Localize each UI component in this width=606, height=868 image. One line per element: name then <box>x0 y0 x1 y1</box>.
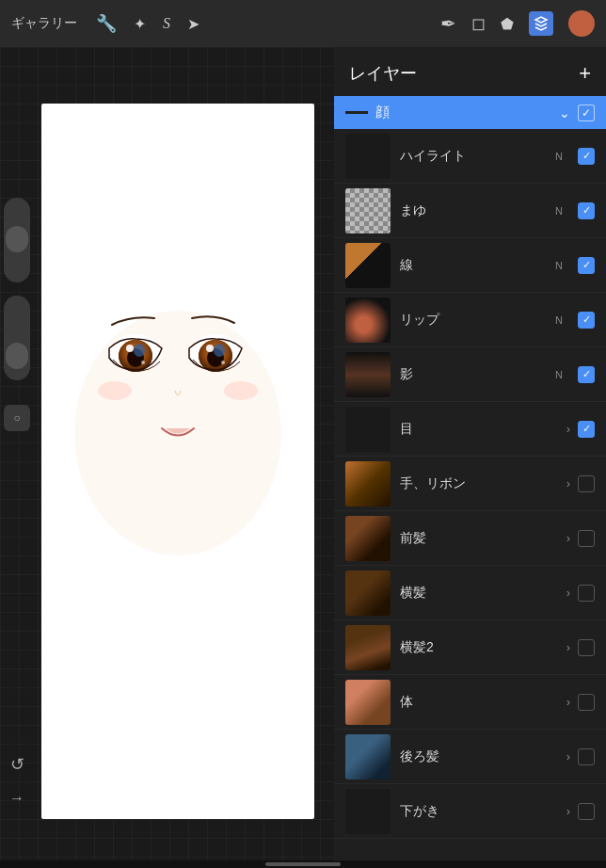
layer-blend-kage: N <box>555 369 563 380</box>
eraser-icon[interactable]: ◻ <box>471 13 486 34</box>
layer-thumb-mayu <box>345 188 391 233</box>
layer-checkbox-shitagai[interactable] <box>578 803 595 820</box>
layer-thumb-hand <box>345 461 391 506</box>
smudge-icon[interactable]: S <box>163 15 170 32</box>
svg-point-13 <box>206 345 214 352</box>
layer-thumb-highlight <box>345 134 391 179</box>
layer-thumb-ushirogami <box>345 734 391 780</box>
layer-chevron-icon-hand[interactable]: › <box>566 476 570 490</box>
group-name: 顔 <box>375 104 559 121</box>
toolbar-tools: 🔧 ✦ S ➤ <box>96 13 440 34</box>
layer-checkbox-hand[interactable] <box>578 475 595 492</box>
layer-name-kage: 影 <box>400 366 555 383</box>
layer-checkbox-sen[interactable] <box>578 257 595 274</box>
layer-name-mayu: まゆ <box>400 202 555 219</box>
layer-checkbox-yokogami[interactable] <box>578 585 595 602</box>
layer-name-highlight: ハイライト <box>400 148 555 165</box>
layer-checkbox-yokogami2[interactable] <box>578 639 595 656</box>
layer-row-yokogami[interactable]: 横髪› <box>334 566 606 620</box>
layer-chevron-icon-yokogami2[interactable]: › <box>566 640 570 654</box>
layer-name-hand: 手、リボン <box>400 475 566 492</box>
layer-blend-mayu: N <box>555 205 563 217</box>
layers-title: レイヤー <box>349 62 417 85</box>
layer-thumb-me <box>345 407 391 452</box>
svg-point-16 <box>224 381 258 400</box>
brush-size-slider[interactable] <box>4 198 30 282</box>
layer-row-ushirogami[interactable]: 後ろ髪› <box>334 730 606 784</box>
layer-blend-lip: N <box>555 314 563 326</box>
layer-name-sen: 線 <box>400 257 555 274</box>
layer-checkbox-kage[interactable] <box>578 366 595 383</box>
svg-point-14 <box>221 361 225 364</box>
gallery-button[interactable]: ギャラリー <box>11 15 77 32</box>
artwork-svg <box>41 151 314 819</box>
wrench-icon[interactable]: 🔧 <box>96 13 117 34</box>
add-layer-button[interactable]: + <box>579 63 591 84</box>
magic-icon[interactable]: ✦ <box>134 15 146 33</box>
layers-icon[interactable] <box>529 11 553 36</box>
layer-row-shitagai[interactable]: 下がき› <box>334 784 606 839</box>
layer-row-kage[interactable]: 影N <box>334 347 606 402</box>
layer-chevron-icon-shitagai[interactable]: › <box>566 804 570 818</box>
layer-checkbox-lip[interactable] <box>578 312 595 329</box>
opacity-thumb <box>6 343 28 369</box>
layer-thumb-lip <box>345 297 391 343</box>
toolbar-right: ✒ ◻ ⬟ <box>440 10 595 37</box>
layer-checkbox-body[interactable] <box>578 694 595 711</box>
layer-row-yokogami2[interactable]: 横髪2› <box>334 620 606 675</box>
group-checkbox[interactable] <box>578 104 595 121</box>
brush-size-thumb <box>6 226 28 252</box>
svg-point-6 <box>126 345 134 352</box>
layer-name-yokogami: 横髪 <box>400 585 566 602</box>
color-picker[interactable] <box>568 10 595 37</box>
layer-row-maegami[interactable]: 前髪› <box>334 511 606 566</box>
layer-checkbox-maegami[interactable] <box>578 530 595 547</box>
opacity-slider[interactable] <box>4 296 30 380</box>
layer-name-shitagai: 下がき <box>400 803 566 820</box>
redo-button[interactable]: → <box>4 785 30 812</box>
layer-row-lip[interactable]: リップN <box>334 293 606 347</box>
layers-panel: レイヤー + 顔 ⌄ ハイライトNまゆN線NリップN影N目›手、リボン›前髪›横… <box>334 47 606 868</box>
layer-row-hand[interactable]: 手、リボン› <box>334 457 606 511</box>
drawing-canvas <box>41 104 314 819</box>
layer-checkbox-highlight[interactable] <box>578 148 595 165</box>
layer-row-me[interactable]: 目› <box>334 402 606 457</box>
layer-row-sen[interactable]: 線N <box>334 238 606 293</box>
pen-icon[interactable]: ✒ <box>440 12 456 35</box>
layer-checkbox-mayu[interactable] <box>578 202 595 219</box>
svg-point-15 <box>98 381 132 400</box>
scroll-indicator <box>265 862 341 866</box>
bottom-controls: ↺ → <box>4 751 30 812</box>
layer-thumb-body <box>345 680 391 725</box>
layer-name-body: 体 <box>400 694 566 711</box>
layer-thumb-yokogami2 <box>345 625 391 670</box>
group-line-indicator <box>345 111 368 114</box>
layer-checkbox-me[interactable] <box>578 421 595 438</box>
layer-chevron-icon-body[interactable]: › <box>566 695 570 709</box>
layer-chevron-icon-me[interactable]: › <box>566 422 570 436</box>
layer-thumb-kage <box>345 352 391 397</box>
layer-chevron-icon-yokogami[interactable]: › <box>566 586 570 600</box>
undo-button[interactable]: ↺ <box>4 751 30 778</box>
layer-group-row[interactable]: 顔 ⌄ <box>334 96 606 129</box>
layer-thumb-yokogami <box>345 571 391 616</box>
layer-thumb-maegami <box>345 516 391 561</box>
layer-row-highlight[interactable]: ハイライトN <box>334 129 606 184</box>
bottom-bar <box>0 860 606 868</box>
toolbar: ギャラリー 🔧 ✦ S ➤ ✒ ◻ ⬟ <box>0 0 606 47</box>
layer-row-mayu[interactable]: まゆN <box>334 184 606 238</box>
layer-blend-highlight: N <box>555 151 563 162</box>
left-sidebar: ○ <box>0 198 34 431</box>
smear-icon[interactable]: ⬟ <box>501 15 514 33</box>
svg-point-12 <box>214 344 225 357</box>
color-history-btn[interactable]: ○ <box>4 405 30 431</box>
layer-chevron-icon-ushirogami[interactable]: › <box>566 749 570 764</box>
arrow-icon[interactable]: ➤ <box>187 15 199 33</box>
layer-checkbox-ushirogami[interactable] <box>578 748 595 765</box>
layer-chevron-icon-maegami[interactable]: › <box>566 531 570 545</box>
layer-thumb-shitagai <box>345 789 391 834</box>
layer-name-maegami: 前髪 <box>400 530 566 547</box>
layer-row-body[interactable]: 体› <box>334 675 606 730</box>
layer-thumb-sen <box>345 243 391 288</box>
group-chevron-icon[interactable]: ⌄ <box>559 105 570 121</box>
